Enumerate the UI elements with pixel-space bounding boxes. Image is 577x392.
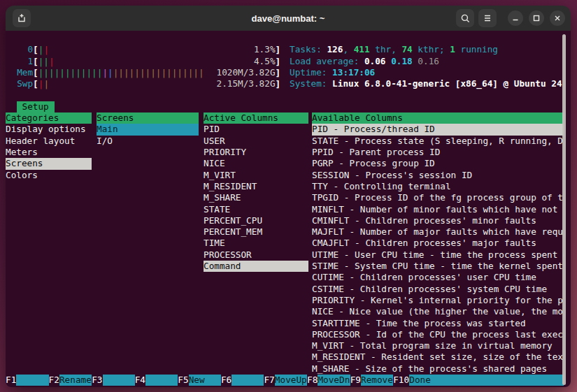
minimize-icon: [511, 14, 520, 22]
meter-value: 4.5%: [254, 56, 276, 67]
fnkey-f10[interactable]: F10Done: [393, 375, 564, 386]
titlebar: dave@numbat: ~: [6, 6, 571, 31]
list-item-available-columns[interactable]: CSTIME - Children processes' system CPU …: [312, 284, 564, 295]
uptime-line: Uptime: 13:17:06: [290, 67, 375, 78]
fnkey-label: F8: [307, 375, 318, 386]
list-item-active-columns[interactable]: M_VIRT: [204, 170, 308, 181]
fnkey-action: Remove: [361, 375, 393, 386]
search-button[interactable]: [456, 9, 474, 27]
tasks-line: Tasks: 126, 411 thr, 74 kthr; 1 running: [290, 44, 498, 55]
meter-1: 1[|||4.5%]: [17, 56, 280, 67]
list-item-active-columns[interactable]: M_SHARE: [204, 192, 308, 203]
meter-value: 2.15M/3.82G: [217, 78, 276, 89]
fnkey-label: F4: [135, 375, 145, 386]
close-icon: [553, 14, 562, 22]
fnkey-action: MoveUp: [275, 375, 307, 386]
list-item-available-columns[interactable]: CMAJFLT - Children processes' major faul…: [312, 238, 564, 249]
list-item-active-columns[interactable]: PRIORITY: [204, 147, 308, 158]
list-item-active-columns[interactable]: TIME: [204, 238, 308, 249]
list-item-active-columns[interactable]: STATE: [204, 204, 308, 215]
function-key-bar: F1F2RenameF3F4F5NewF6F7MoveUpF8MoveDnF9R…: [6, 375, 564, 386]
panel-header-available-columns: Available Columns: [312, 112, 564, 124]
list-item-available-columns[interactable]: NICE - Nice value (the higher the value,…: [312, 306, 564, 317]
fnkey-f8[interactable]: F8MoveDn: [307, 375, 350, 386]
fnkey-f7[interactable]: F7MoveUp: [264, 375, 307, 386]
meter-bar-ticks: ||: [38, 44, 49, 55]
scrollbar[interactable]: [562, 34, 566, 385]
terminal-content: 0[||1.3%]1[|||4.5%]Mem[|||||||||||||||||…: [6, 31, 571, 387]
list-item-available-columns[interactable]: MAJFLT - Number of major faults which ha…: [312, 226, 564, 238]
list-item-categories[interactable]: Display options: [6, 124, 92, 135]
list-item-active-columns[interactable]: NICE: [204, 158, 308, 169]
maximize-icon: [532, 14, 541, 22]
list-item-available-columns[interactable]: STARTTIME - Time the process was started: [312, 318, 564, 329]
fnkey-f2[interactable]: F2Rename: [49, 375, 92, 386]
fnkey-action: Rename: [59, 375, 92, 386]
fnkey-action: [16, 375, 48, 386]
list-item-available-columns[interactable]: M_RESIDENT - Resident set size, size of …: [312, 351, 564, 363]
list-item-active-columns[interactable]: USER: [204, 136, 308, 147]
close-button[interactable]: [550, 10, 565, 26]
meter-label: 0: [17, 44, 33, 55]
new-tab-icon: [16, 13, 27, 24]
fnkey-label: F1: [6, 375, 16, 386]
list-item-available-columns[interactable]: M_SHARE - Size of the process's shared p…: [312, 363, 564, 375]
list-item-active-columns[interactable]: PERCENT_MEM: [204, 226, 308, 238]
fnkey-f6[interactable]: F6: [221, 375, 264, 386]
list-item-available-columns[interactable]: MINFLT - Number of minor faults which ha…: [312, 204, 564, 215]
list-item-available-columns[interactable]: SESSION - Process's session ID: [312, 170, 564, 181]
meter-value: 1020M/3.82G: [217, 67, 276, 78]
fnkey-label: F3: [92, 375, 102, 386]
meter-0: 0[||1.3%]: [17, 44, 280, 55]
list-item-active-columns[interactable]: Command: [204, 261, 308, 272]
fnkey-f5[interactable]: F5New: [178, 375, 221, 386]
fnkey-label: F6: [221, 375, 231, 386]
new-tab-button[interactable]: [13, 9, 31, 27]
fnkey-f1[interactable]: F1: [6, 375, 49, 386]
fnkey-label: F10: [393, 375, 409, 386]
list-item-available-columns[interactable]: STATE - Process state (S sleeping, R run…: [312, 136, 564, 147]
list-item-available-columns[interactable]: PGRP - Process group ID: [312, 158, 564, 169]
list-item-active-columns[interactable]: PID: [204, 124, 308, 135]
list-item-available-columns[interactable]: UTIME - User CPU time - time the process…: [312, 249, 564, 261]
fnkey-f3[interactable]: F3: [92, 375, 135, 386]
hamburger-menu-icon: [483, 13, 492, 23]
fnkey-label: F9: [350, 375, 361, 386]
meter-swp: Swp[||2.15M/3.82G]: [17, 78, 280, 89]
list-item-screens[interactable]: Main: [97, 124, 199, 135]
fnkey-f9[interactable]: F9Remove: [350, 375, 394, 386]
list-item-active-columns[interactable]: PERCENT_CPU: [204, 215, 308, 226]
list-item-available-columns[interactable]: CMINFLT - Children processes' minor faul…: [312, 215, 564, 226]
list-item-available-columns[interactable]: PRIORITY - Kernel's internal priority fo…: [312, 295, 564, 306]
meter-bar-ticks: ||: [38, 78, 49, 89]
list-item-available-columns[interactable]: PID - Process/thread ID: [312, 124, 564, 135]
maximize-button[interactable]: [529, 10, 544, 26]
fnkey-label: F2: [49, 375, 59, 386]
search-icon: [460, 13, 471, 24]
setup-tab[interactable]: Setup: [17, 101, 55, 112]
terminal-window: dave@numbat: ~: [6, 6, 571, 387]
list-item-categories[interactable]: Screens: [6, 158, 92, 169]
list-item-available-columns[interactable]: PROCESSOR - Id of the CPU the process la…: [312, 329, 564, 340]
list-item-categories[interactable]: Meters: [6, 147, 92, 158]
list-item-active-columns[interactable]: PROCESSOR: [204, 249, 308, 261]
list-item-active-columns[interactable]: M_RESIDENT: [204, 181, 308, 192]
list-item-categories[interactable]: Header layout: [6, 136, 92, 147]
list-item-available-columns[interactable]: M_VIRT - Total program size in virtual m…: [312, 340, 564, 351]
fnkey-f4[interactable]: F4: [135, 375, 178, 386]
list-item-available-columns[interactable]: PPID - Parent process ID: [312, 147, 564, 158]
list-item-categories[interactable]: Colors: [6, 170, 92, 181]
menu-button[interactable]: [478, 9, 497, 27]
list-item-available-columns[interactable]: TPGID - Process ID of the fg process gro…: [312, 192, 564, 203]
list-item-screens[interactable]: I/O: [97, 136, 199, 147]
fnkey-action: Done: [409, 375, 564, 386]
list-item-available-columns[interactable]: STIME - System CPU time - time the kerne…: [312, 261, 564, 272]
list-item-available-columns[interactable]: TTY - Controlling terminal: [312, 181, 564, 192]
load-average-line: Load average: 0.06 0.18 0.16: [290, 56, 439, 67]
minimize-button[interactable]: [508, 10, 523, 26]
fnkey-action: [103, 375, 135, 386]
meter-label: 1: [17, 56, 33, 67]
list-item-available-columns[interactable]: CUTIME - Children processes' user CPU ti…: [312, 272, 564, 283]
meter-bar-ticks: |||: [38, 56, 55, 67]
fnkey-action: New: [189, 375, 221, 386]
